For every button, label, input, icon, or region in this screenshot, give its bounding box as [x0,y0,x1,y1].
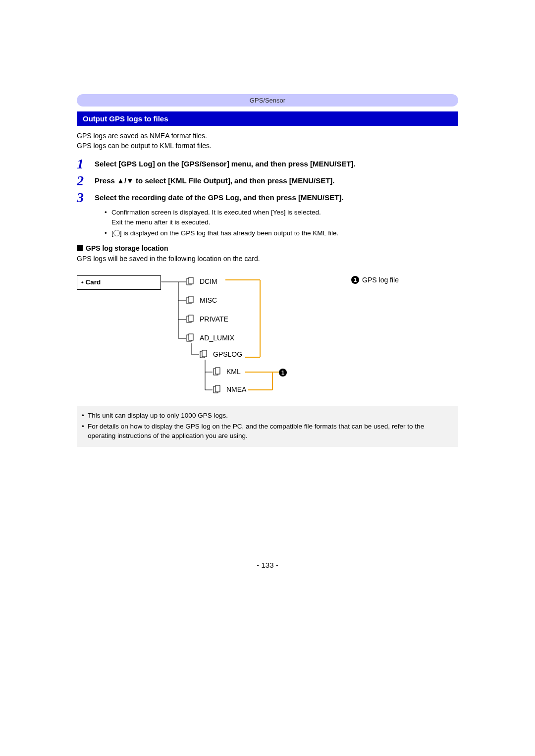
intro-text: GPS logs are saved as NMEA format files.… [77,131,458,151]
folder-icon [186,315,197,324]
down-triangle-icon: ▼ [126,176,134,185]
folder-label-text: MISC [200,296,217,304]
svg-rect-28 [215,368,220,374]
folder-icon [186,333,197,342]
folder-icon [186,277,197,286]
bullet-dot: • [105,208,111,228]
storage-heading: GPS log storage location [77,244,458,252]
page-number: - 133 - [77,561,458,569]
step-2: 2 Press ▲/▼ to select [KML File Output],… [77,174,458,188]
folder-misc: MISC [186,296,217,305]
svg-rect-22 [189,315,193,322]
callout-marker: 1 [279,368,290,377]
folder-icon [213,367,223,376]
callout-number-icon: 1 [351,276,359,284]
folder-adlumix: AD_LUMIX [186,333,234,342]
step-text-suffix: to select [KML File Output], and then pr… [134,176,335,185]
folder-label-text: GPSLOG [213,350,242,358]
step-1: 1 Select [GPS Log] on the [GPS/Sensor] m… [77,157,458,171]
notes-box: • This unit can display up to only 1000 … [77,406,458,447]
svg-rect-26 [202,350,207,357]
svg-rect-18 [189,277,193,284]
folder-icon [186,296,197,305]
up-triangle-icon: ▲ [117,176,124,185]
tree-lines [77,273,438,397]
folder-label-text: NMEA [226,385,246,393]
step-text-prefix: Press [95,176,117,185]
step-number: 1 [77,157,95,171]
step-3: 3 Select the recording date of the GPS L… [77,191,458,205]
sub-bullet-text: Exit the menu after it is executed. [111,218,211,226]
folder-kml: KML [213,367,241,376]
folder-icon [199,350,210,359]
circle-mark-icon [113,230,120,236]
callout-number-icon: 1 [279,369,287,377]
note-text: This unit can display up to only 1000 GP… [88,411,228,421]
folder-label-text: AD_LUMIX [200,334,234,342]
step-text: Press ▲/▼ to select [KML File Output], a… [95,174,335,186]
step-number: 2 [77,174,95,188]
folder-nmea: NMEA [213,385,246,394]
legend-label: GPS log file [362,276,399,284]
sub-bullet-list: • Confirmation screen is displayed. It i… [105,208,458,239]
note-item: • For details on how to display the GPS … [82,422,453,441]
note-text: For details on how to display the GPS lo… [88,422,453,441]
square-bullet-icon [77,245,83,251]
svg-rect-20 [189,296,193,303]
bullet-dot: • [82,422,88,441]
breadcrumb: GPS/Sensor [77,94,458,107]
folder-tree-diagram: Card [77,273,438,397]
storage-title: GPS log storage location [86,244,168,252]
intro-line: GPS logs are saved as NMEA format files. [77,131,458,141]
folder-label-text: PRIVATE [200,315,228,323]
manual-page: GPS/Sensor Output GPS logs to files GPS … [77,94,458,569]
legend-entry: 1 GPS log file [351,276,399,284]
note-item: • This unit can display up to only 1000 … [82,411,453,421]
folder-dcim: DCIM [186,277,217,286]
sub-bullet-text: ] is displayed on the GPS log that has a… [120,229,339,237]
sub-bullet: • Confirmation screen is displayed. It i… [105,208,458,228]
bullet-dot: • [105,228,111,238]
folder-label-text: KML [226,368,241,376]
section-title: Output GPS logs to files [77,111,458,126]
svg-rect-24 [189,334,193,340]
svg-rect-30 [215,385,220,392]
folder-gpslog: GPSLOG [199,350,242,359]
intro-line: GPS logs can be output to KML format fil… [77,141,458,151]
folder-private: PRIVATE [186,315,228,324]
step-number: 3 [77,191,95,205]
step-text: Select the recording date of the GPS Log… [95,191,344,203]
sub-bullet: • [] is displayed on the GPS log that ha… [105,228,458,238]
sub-bullet-text: Confirmation screen is displayed. It is … [111,209,321,216]
folder-label-text: DCIM [200,277,217,285]
step-text: Select [GPS Log] on the [GPS/Sensor] men… [95,157,356,169]
bullet-dot: • [82,411,88,421]
folder-icon [213,385,223,394]
storage-desc: GPS logs will be saved in the following … [77,254,458,264]
